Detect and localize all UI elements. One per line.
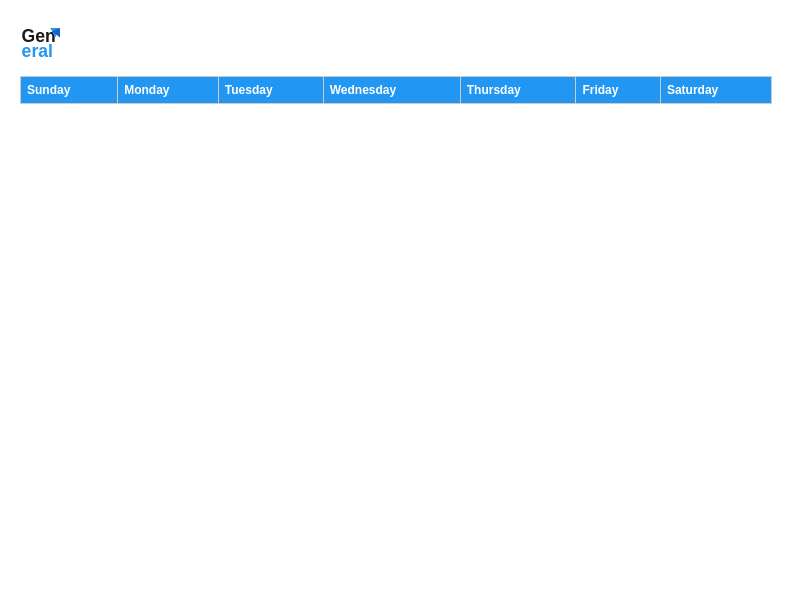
weekday-header-thursday: Thursday: [460, 77, 576, 104]
weekday-header-sunday: Sunday: [21, 77, 118, 104]
weekday-header-saturday: Saturday: [660, 77, 771, 104]
weekday-header-friday: Friday: [576, 77, 661, 104]
weekday-header-wednesday: Wednesday: [323, 77, 460, 104]
page-header: Gen eral: [20, 20, 772, 60]
logo-icon: Gen eral: [20, 20, 60, 60]
logo: Gen eral: [20, 20, 64, 60]
weekday-header-tuesday: Tuesday: [218, 77, 323, 104]
calendar-table: SundayMondayTuesdayWednesdayThursdayFrid…: [20, 76, 772, 104]
svg-text:eral: eral: [22, 41, 53, 60]
weekday-header-monday: Monday: [118, 77, 219, 104]
weekday-header-row: SundayMondayTuesdayWednesdayThursdayFrid…: [21, 77, 772, 104]
